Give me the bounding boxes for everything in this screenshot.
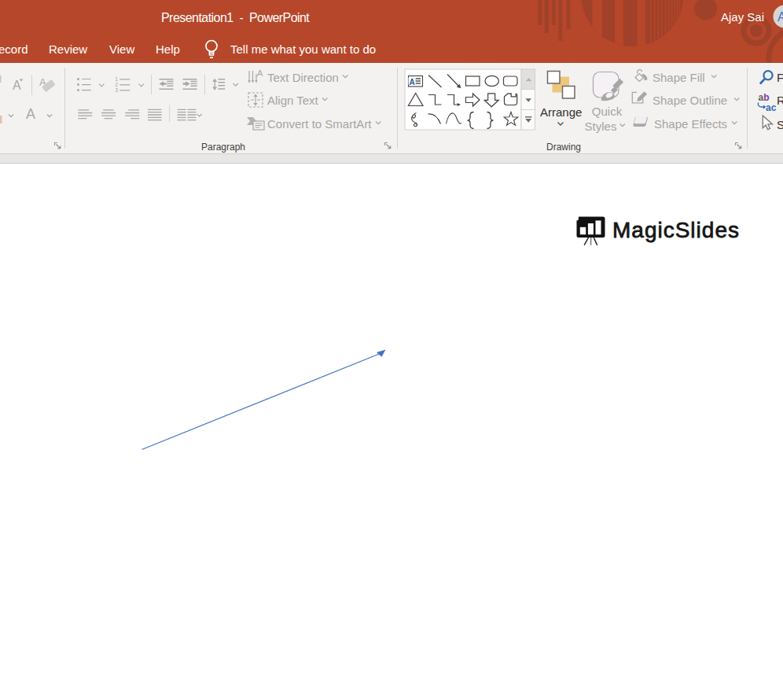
svg-text:3: 3: [115, 87, 118, 93]
svg-text:1: 1: [115, 76, 118, 82]
svg-text:A: A: [13, 79, 21, 92]
svg-text:2: 2: [115, 82, 118, 87]
svg-text:A: A: [26, 106, 35, 122]
svg-text:A: A: [777, 10, 783, 24]
svg-text:A: A: [257, 68, 263, 78]
svg-text:A: A: [410, 78, 415, 87]
svg-text:ab: ab: [759, 92, 770, 103]
svg-text:ac: ac: [766, 102, 777, 113]
